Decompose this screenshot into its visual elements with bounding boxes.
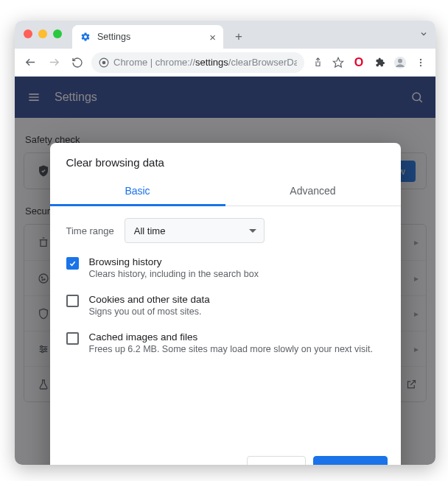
browser-window: Settings × + Chrome | chrome://settings/… (15, 21, 435, 465)
checkbox-cookies[interactable] (66, 295, 79, 307)
close-tab-icon[interactable]: × (209, 31, 216, 43)
option-heading: Cached images and files (89, 331, 374, 343)
time-range-select[interactable]: All time (125, 218, 265, 243)
clear-browsing-data-dialog: Clear browsing data Basic Advanced Time … (50, 143, 401, 465)
address-bar[interactable]: Chrome | chrome://settings/clearBrowserD… (91, 52, 304, 73)
svg-point-7 (420, 58, 421, 60)
extensions-puzzle-icon[interactable] (371, 54, 388, 71)
opera-extension-icon[interactable]: O (350, 54, 368, 71)
site-info-icon[interactable] (99, 57, 109, 68)
share-icon[interactable] (309, 54, 326, 71)
svg-point-8 (420, 61, 421, 63)
option-browsing-history[interactable]: Browsing history Clears history, includi… (66, 256, 385, 279)
checkbox-browsing-history[interactable] (66, 257, 79, 270)
dialog-title: Clear browsing data (50, 143, 401, 178)
option-cookies[interactable]: Cookies and other site data Signs you ou… (66, 294, 385, 317)
bookmark-star-icon[interactable] (329, 54, 347, 71)
svg-point-9 (420, 64, 421, 66)
svg-point-6 (398, 58, 402, 63)
tab-advanced[interactable]: Advanced (225, 178, 401, 206)
option-sub: Frees up 6.2 MB. Some sites may load mor… (89, 344, 374, 354)
profile-avatar-icon[interactable] (391, 54, 409, 71)
chevron-down-icon (249, 229, 256, 233)
back-button[interactable] (21, 53, 40, 72)
tab-title: Settings (97, 32, 130, 42)
option-sub: Clears history, including in the search … (89, 269, 259, 279)
reload-button[interactable] (68, 53, 87, 72)
clear-data-button[interactable]: Clear data (313, 456, 387, 465)
time-range-value: All time (134, 225, 166, 236)
time-range-label: Time range (66, 225, 114, 236)
url-text: Chrome | chrome://settings/clearBrowserD… (113, 57, 297, 68)
option-cache[interactable]: Cached images and files Frees up 6.2 MB.… (66, 331, 385, 354)
checkbox-cache[interactable] (66, 332, 79, 345)
window-traffic-lights (24, 29, 62, 38)
option-sub: Signs you out of most sites. (89, 306, 210, 317)
browser-toolbar: Chrome | chrome://settings/clearBrowserD… (15, 49, 435, 77)
gear-icon (80, 31, 91, 43)
new-tab-button[interactable]: + (229, 27, 248, 46)
forward-button[interactable] (44, 53, 63, 72)
chrome-menu-icon[interactable] (412, 54, 430, 71)
svg-point-3 (102, 60, 106, 64)
tab-basic[interactable]: Basic (50, 178, 225, 206)
zoom-window-icon[interactable] (53, 29, 62, 38)
browser-tab-settings[interactable]: Settings × (72, 25, 223, 49)
close-window-icon[interactable] (24, 29, 32, 38)
option-heading: Cookies and other site data (89, 294, 210, 305)
cancel-button[interactable]: Cancel (247, 456, 306, 465)
minimize-window-icon[interactable] (38, 29, 47, 38)
tab-strip: Settings × + (15, 21, 435, 49)
tabs-overflow-icon[interactable] (419, 29, 428, 38)
dialog-tabs: Basic Advanced (50, 178, 401, 206)
svg-marker-4 (333, 57, 343, 67)
settings-page: Settings Safety check Check now Security… (15, 77, 435, 465)
option-heading: Browsing history (89, 256, 259, 267)
